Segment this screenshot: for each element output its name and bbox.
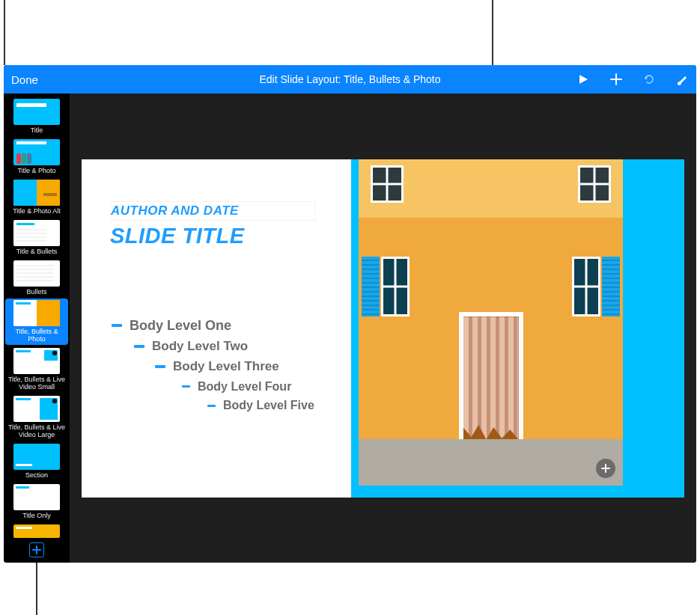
author-date-placeholder[interactable]: AUTHOR AND DATE (110, 201, 316, 221)
layout-thumb-label: Title & Bullets (16, 248, 58, 256)
bullet-text: Body Level Four (198, 377, 291, 397)
photo-door (459, 312, 523, 439)
bullet-text: Body Level One (130, 315, 231, 337)
bullet-level-1: Body Level One (112, 315, 314, 337)
layout-thumb-label: Title, Bullets & Photo (7, 328, 67, 343)
bullet-dash-icon (207, 405, 216, 407)
bullet-level-2: Body Level Two (134, 336, 314, 356)
layout-thumb-label: Title, Bullets & Live Video Large (7, 424, 67, 439)
layout-thumb-preview (13, 260, 60, 287)
layout-thumb-preview (13, 300, 60, 326)
photo-upper-window (371, 165, 404, 203)
toolbar-title-prefix: Edit Slide Layout: (259, 73, 344, 85)
bullet-dash-icon (134, 345, 144, 348)
layout-thumb-preview (13, 484, 60, 510)
app-body: Title Title & Photo Title & Photo Alt Ti… (4, 94, 696, 563)
layout-thumb-label: Title (31, 127, 43, 135)
plus-icon[interactable] (609, 73, 623, 86)
callout-line (36, 563, 37, 615)
layout-thumb-title[interactable]: Title (5, 97, 68, 136)
layout-thumb-title-bullets-photo[interactable]: Title, Bullets & Photo (5, 299, 68, 345)
layout-thumb-preview (13, 444, 60, 470)
toolbar-right (576, 73, 689, 86)
play-icon[interactable] (576, 73, 590, 86)
layout-thumb-preview (13, 396, 60, 422)
layout-thumb-preview (13, 348, 60, 374)
layout-thumb-label: Section (25, 472, 48, 480)
layout-thumb-label: Title & Photo Alt (13, 208, 61, 215)
layout-navigator[interactable]: Title Title & Photo Title & Photo Alt Ti… (4, 94, 70, 563)
bullet-level-3: Body Level Three (155, 356, 314, 376)
paintbrush-icon[interactable] (675, 73, 689, 86)
layout-thumb-bullets[interactable]: Bullets (5, 259, 68, 298)
layout-thumb-video-small[interactable]: Title, Bullets & Live Video Small (5, 346, 68, 393)
slide-photo-region[interactable] (351, 159, 684, 498)
callout-line (4, 0, 5, 65)
bullet-dash-icon (112, 324, 122, 327)
body-placeholder[interactable]: Body Level One Body Level Two Body Level… (112, 315, 314, 415)
layout-thumb-label: Title Only (22, 512, 51, 520)
slide-text-region[interactable]: AUTHOR AND DATE SLIDE TITLE Body Level O… (82, 159, 351, 498)
layout-thumb-preview (13, 180, 60, 206)
slide-title-placeholder[interactable]: SLIDE TITLE (110, 224, 351, 248)
slide-canvas[interactable]: AUTHOR AND DATE SLIDE TITLE Body Level O… (70, 94, 696, 563)
bullet-text: Body Level Two (152, 336, 248, 356)
bullet-dash-icon (182, 385, 190, 388)
undo-icon[interactable] (642, 73, 656, 86)
layout-thumb-title-photo-alt[interactable]: Title & Photo Alt (5, 178, 68, 217)
layout-thumb-title-bullets[interactable]: Title & Bullets (5, 218, 68, 257)
media-placeholder[interactable] (359, 159, 623, 486)
bullet-text: Body Level Five (223, 396, 314, 415)
photo-window (572, 257, 617, 316)
layout-thumb-preview (13, 220, 60, 246)
app-window: Done Edit Slide Layout: Title, Bullets &… (4, 65, 696, 563)
toolbar: Done Edit Slide Layout: Title, Bullets &… (4, 65, 696, 94)
add-layout-button[interactable] (29, 542, 44, 557)
layout-thumb-label: Title, Bullets & Live Video Small (7, 376, 67, 391)
layout-thumb-video-large[interactable]: Title, Bullets & Live Video Large (5, 394, 68, 441)
svg-marker-0 (579, 75, 588, 84)
slide-layout[interactable]: AUTHOR AND DATE SLIDE TITLE Body Level O… (82, 159, 684, 498)
media-add-button[interactable] (596, 459, 615, 478)
layout-thumb-label: Bullets (26, 289, 46, 296)
toolbar-title: Edit Slide Layout: Title, Bullets & Phot… (259, 73, 440, 85)
layout-thumb-preview (13, 99, 60, 125)
layout-thumb-title-only[interactable]: Title Only (5, 483, 68, 521)
layout-thumb-preview (13, 139, 60, 165)
callout-line (492, 0, 493, 65)
bullet-level-5: Body Level Five (207, 396, 314, 415)
layout-thumb-preview (13, 524, 60, 538)
bullet-dash-icon (155, 365, 165, 368)
photo-upper-window (578, 165, 611, 203)
author-date-text: AUTHOR AND DATE (111, 204, 312, 218)
done-button[interactable]: Done (11, 73, 38, 86)
bullet-level-4: Body Level Four (182, 377, 314, 397)
photo-sidewalk (359, 439, 623, 485)
toolbar-layout-name: Title, Bullets & Photo (344, 73, 440, 85)
photo-window (365, 257, 410, 316)
bullet-text: Body Level Three (173, 356, 279, 376)
layout-thumb-label: Title & Photo (17, 168, 55, 175)
layout-thumb-title-photo[interactable]: Title & Photo (5, 138, 68, 177)
layout-thumb-section[interactable]: Section (5, 442, 68, 481)
layout-thumb-agenda[interactable] (5, 523, 68, 538)
